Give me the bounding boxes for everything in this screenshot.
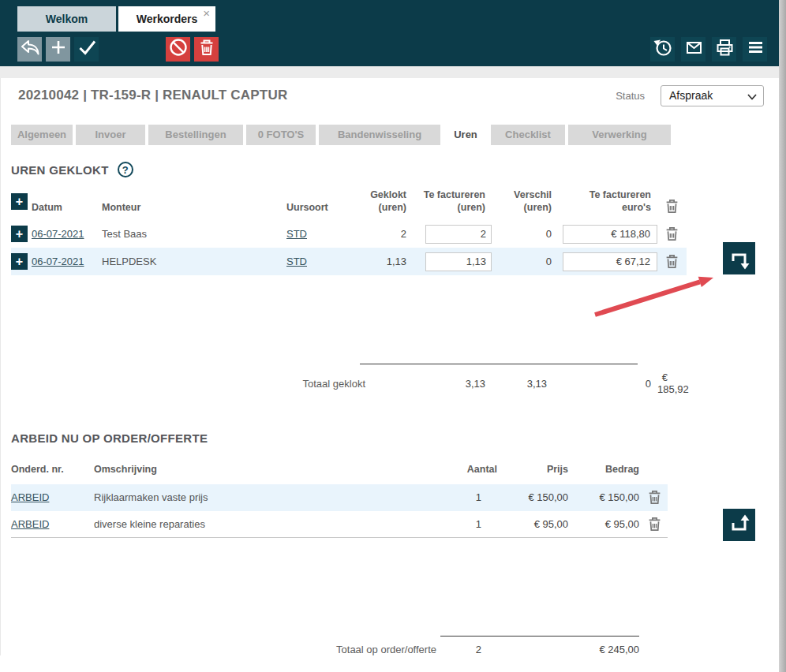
nav-tabs: Algemeen Invoer Bestellingen 0 FOTO'S Ba… — [11, 125, 786, 145]
uren-row: + 06-07-2021 HELPDESK STD 1,13 0 — [11, 248, 687, 275]
monteur-value: Test Baas — [102, 228, 286, 240]
add-button[interactable] — [46, 37, 70, 62]
move-down-to-order-button[interactable] — [723, 242, 755, 274]
print-button[interactable] — [712, 37, 736, 62]
geklokt-value: 1,13 — [340, 256, 413, 267]
col-omschrijving: Omschrijving — [94, 464, 417, 476]
tab-bestellingen[interactable]: Bestellingen — [148, 125, 243, 145]
uren-section-title: UREN GEKLOKT — [11, 163, 109, 177]
printer-icon — [713, 35, 736, 62]
expand-row-button[interactable]: + — [11, 253, 28, 270]
verschil-value: 0 — [492, 228, 558, 240]
mail-button[interactable] — [681, 37, 706, 62]
window-tab-welkom-label: Welkom — [46, 13, 88, 25]
col-bedrag: Bedrag — [570, 464, 641, 476]
page-title: 20210042 | TR-159-R | RENAULT CAPTUR — [18, 88, 287, 103]
move-up-to-uren-button[interactable] — [723, 509, 755, 541]
col-prijs: Prijs — [499, 464, 570, 476]
euros-input[interactable] — [563, 225, 657, 244]
totals-label: Totaal op order/offerte — [30, 644, 436, 655]
onderd-nr-link[interactable]: ARBEID — [11, 491, 94, 503]
uren-row: + 06-07-2021 Test Baas STD 2 0 — [11, 220, 687, 248]
col-uursoort: Uursoort — [286, 202, 340, 215]
delete-button[interactable] — [194, 37, 219, 62]
prijs-value: € 150,00 — [499, 491, 570, 503]
arbeid-section-title: ARBEID NU OP ORDER/OFFERTE — [11, 431, 208, 445]
delete-row-button[interactable] — [641, 490, 668, 505]
chevron-down-icon — [747, 94, 757, 100]
help-icon[interactable]: ? — [118, 162, 133, 177]
tab-invoer[interactable]: Invoer — [76, 125, 145, 145]
col-onderd-nr: Onderd. nr. — [11, 464, 94, 476]
tab-bandenwisseling[interactable]: Bandenwisseling — [319, 125, 440, 145]
tab-verwerking[interactable]: Verwerking — [568, 125, 671, 145]
col-te-factureren: Te factureren (uren) — [413, 189, 492, 214]
tab-checklist[interactable]: Checklist — [491, 125, 565, 145]
tab-fotos[interactable]: 0 FOTO'S — [246, 125, 316, 145]
arbeid-totals: Totaal op order/offerte 2 € 245,00 — [11, 644, 668, 655]
total-euros: € 185,92 — [657, 371, 687, 395]
trash-icon — [648, 517, 661, 532]
euros-input[interactable] — [563, 252, 657, 271]
col-verschil: Verschil (uren) — [492, 189, 558, 214]
total-te-factureren: 3,13 — [492, 378, 558, 390]
bedrag-value: € 95,00 — [570, 518, 641, 530]
arbeid-table-header: Onderd. nr. Omschrijving Aantal Prijs Be… — [11, 464, 668, 484]
add-row-button[interactable]: + — [11, 193, 28, 210]
order-header: 20210042 | TR-159-R | RENAULT CAPTUR Sta… — [1, 78, 786, 106]
aantal-value: 1 — [417, 518, 499, 530]
trash-icon — [665, 199, 679, 214]
cancel-button[interactable] — [166, 37, 190, 62]
delete-row-button[interactable] — [657, 226, 687, 241]
arbeid-table: Onderd. nr. Omschrijving Aantal Prijs Be… — [11, 464, 668, 538]
datum-link[interactable]: 06-07-2021 — [32, 228, 102, 240]
envelope-icon — [682, 35, 706, 62]
tab-algemeen[interactable]: Algemeen — [11, 125, 73, 145]
no-entry-icon — [167, 35, 190, 62]
verschil-value: 0 — [492, 256, 558, 267]
uren-totals: Totaal geklokt 3,13 3,13 0 € 185,92 — [11, 371, 687, 395]
totals-label: Totaal geklokt — [57, 378, 365, 390]
confirm-button[interactable] — [74, 37, 99, 62]
delete-row-button[interactable] — [641, 517, 668, 532]
uursoort-link[interactable]: STD — [286, 256, 340, 267]
tab-uren[interactable]: Uren — [444, 125, 488, 145]
elbow-arrow-up-icon — [723, 509, 755, 541]
datum-link[interactable]: 06-07-2021 — [32, 256, 102, 267]
uren-table-header: + Datum Monteur Uursoort Geklokt (uren) … — [11, 189, 687, 220]
total-verschil: 0 — [558, 378, 657, 390]
scrollbar[interactable] — [779, 0, 786, 672]
check-icon — [75, 35, 99, 62]
uursoort-link[interactable]: STD — [286, 228, 340, 240]
menu-button[interactable] — [743, 37, 767, 62]
close-icon[interactable]: × — [203, 7, 210, 19]
col-geklokt: Geklokt (uren) — [340, 189, 413, 214]
undo-button[interactable] — [17, 37, 42, 62]
bedrag-value: € 150,00 — [570, 491, 641, 503]
onderd-nr-link[interactable]: ARBEID — [11, 518, 94, 530]
window-tab-werkorders[interactable]: Werkorders × — [118, 6, 215, 32]
status-group: Status Afspraak — [616, 85, 764, 106]
trash-icon — [665, 226, 679, 241]
omschrijving-value: diverse kleine reparaties — [94, 518, 417, 530]
delete-all-rows-button[interactable] — [657, 199, 687, 214]
hamburger-icon — [743, 35, 767, 62]
total-bedrag: € 245,00 — [570, 644, 641, 655]
expand-row-button[interactable]: + — [11, 226, 28, 242]
geklokt-value: 2 — [340, 228, 413, 240]
history-button[interactable] — [650, 37, 675, 62]
status-select[interactable]: Afspraak — [661, 85, 764, 106]
trash-icon — [648, 490, 661, 505]
content-area: 20210042 | TR-159-R | RENAULT CAPTUR Sta… — [0, 78, 786, 655]
totals-divider — [440, 636, 639, 637]
te-factureren-input[interactable] — [425, 225, 492, 244]
aantal-value: 1 — [417, 491, 499, 503]
delete-row-button[interactable] — [657, 254, 687, 269]
plus-icon — [47, 35, 70, 62]
arbeid-row: ARBEID Rijklaarmaken vaste prijs 1 € 150… — [11, 484, 668, 511]
total-geklokt: 3,13 — [413, 378, 492, 390]
toolbar-right-group — [650, 37, 767, 62]
te-factureren-input[interactable] — [425, 252, 492, 271]
status-select-value: Afspraak — [669, 89, 713, 102]
window-tab-welkom[interactable]: Welkom — [17, 6, 116, 32]
